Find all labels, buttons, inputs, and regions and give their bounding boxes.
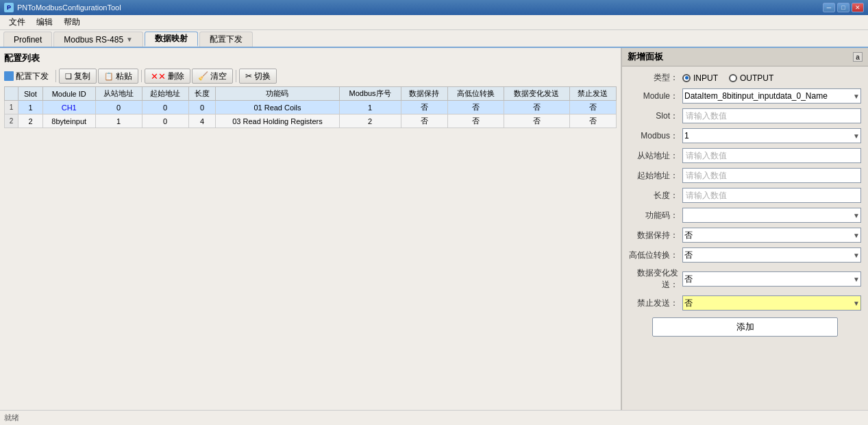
modbus-select-wrapper: 123 ▼ xyxy=(682,128,861,143)
disable-send-label: 禁止发送： xyxy=(629,298,682,309)
menu-edit[interactable]: 编辑 xyxy=(31,15,58,29)
config-table: Slot Module ID 从站地址 起始地址 长度 功能码 Modbus序号… xyxy=(4,86,617,128)
left-panel: 配置列表 配置下发 复制 粘贴 ✕ 删除 🧹 清空 xyxy=(0,48,621,410)
tabbar: Profinet Modbus RS-485 ▼ 数据映射 配置下发 xyxy=(0,30,868,48)
col-disable-send: 禁止发送 xyxy=(569,87,616,101)
deploy-label: 配置下发 xyxy=(4,71,49,82)
copy-icon xyxy=(65,71,72,81)
paste-icon xyxy=(104,71,114,81)
titlebar-controls: ─ □ ✕ xyxy=(823,3,864,12)
add-button[interactable]: 添加 xyxy=(652,317,838,337)
radio-input-dot xyxy=(682,74,691,82)
type-label: 类型： xyxy=(629,72,682,84)
tab-deploy[interactable]: 配置下发 xyxy=(199,32,253,47)
module-select-wrapper: DataItem_8bitinput_inputdata_0_Name ▼ xyxy=(682,88,861,104)
high-low-select[interactable]: 否 是 xyxy=(682,247,861,263)
disable-send-select-wrapper: 否 是 ▼ xyxy=(682,295,861,311)
modbus-select[interactable]: 123 xyxy=(682,128,861,143)
col-length: 长度 xyxy=(188,87,216,101)
right-panel: 新增面板 a 类型： INPUT OUTPUT xyxy=(621,48,868,410)
data-change-select[interactable]: 否 是 xyxy=(682,271,861,287)
module-label: Module： xyxy=(629,90,682,102)
menu-file[interactable]: 文件 xyxy=(3,15,31,29)
delete-button[interactable]: ✕ 删除 xyxy=(145,69,190,84)
table-row[interactable]: 11CH100001 Read Coils1否否否否 xyxy=(5,101,617,114)
copy-button[interactable]: 复制 xyxy=(59,69,97,84)
app-icon: P xyxy=(4,3,14,12)
main-content: 配置列表 配置下发 复制 粘贴 ✕ 删除 🧹 清空 xyxy=(0,48,868,410)
high-low-label: 高低位转换： xyxy=(629,250,682,261)
panel-header: 新增面板 a xyxy=(622,48,868,66)
radio-output[interactable]: OUTPUT xyxy=(729,73,773,83)
titlebar: P PNToModbusConfigurationTool ─ □ ✕ xyxy=(0,0,868,15)
func-code-row: 功能码： 01 Read Coils 02 Read Discrete 03 R… xyxy=(629,208,861,223)
length-input-wrapper xyxy=(682,188,861,203)
menu-help[interactable]: 帮助 xyxy=(58,15,86,29)
app-title: PNToModbusConfigurationTool xyxy=(17,3,121,12)
start-addr-input[interactable] xyxy=(682,168,861,183)
func-code-select[interactable]: 01 Read Coils 02 Read Discrete 03 Read H… xyxy=(682,208,861,223)
tab-profinet[interactable]: Profinet xyxy=(3,32,52,47)
clear-icon: 🧹 xyxy=(198,71,208,81)
length-input[interactable] xyxy=(682,188,861,203)
module-id-link[interactable]: CH1 xyxy=(62,104,77,112)
slave-addr-label: 从站地址： xyxy=(629,150,682,162)
high-low-select-wrapper: 否 是 ▼ xyxy=(682,247,861,263)
minimize-button[interactable]: ─ xyxy=(823,3,835,12)
col-rownum xyxy=(5,87,18,101)
clear-button[interactable]: 🧹 清空 xyxy=(192,69,233,84)
paste-button[interactable]: 粘贴 xyxy=(98,69,138,84)
length-label: 长度： xyxy=(629,190,682,202)
slot-label: Slot： xyxy=(629,110,682,122)
slot-input[interactable] xyxy=(682,108,861,123)
data-hold-select[interactable]: 否 是 xyxy=(682,228,861,243)
delete-icon: ✕ xyxy=(151,71,166,82)
col-slave-addr: 从站地址 xyxy=(95,87,142,101)
slave-addr-input-wrapper xyxy=(682,148,861,163)
col-slot: Slot xyxy=(18,87,43,101)
tab-modbus[interactable]: Modbus RS-485 ▼ xyxy=(53,32,143,47)
module-select[interactable]: DataItem_8bitinput_inputdata_0_Name xyxy=(682,88,861,104)
col-high-low: 高低位转换 xyxy=(447,87,504,101)
toolbar: 配置下发 复制 粘贴 ✕ 删除 🧹 清空 ✂ 切换 xyxy=(4,69,617,84)
data-hold-row: 数据保持： 否 是 ▼ xyxy=(629,228,861,243)
table-row[interactable]: 228byteinput10403 Read Holding Registers… xyxy=(5,114,617,128)
restore-button[interactable]: □ xyxy=(837,3,850,12)
module-row: Module： DataItem_8bitinput_inputdata_0_N… xyxy=(629,88,861,104)
toolbar-sep-3 xyxy=(236,70,236,82)
col-start-addr: 起始地址 xyxy=(142,87,188,101)
start-addr-label: 起始地址： xyxy=(629,170,682,182)
col-modbus-seq: Modbus序号 xyxy=(339,87,401,101)
section-title: 配置列表 xyxy=(4,52,617,64)
close-button[interactable]: ✕ xyxy=(852,3,864,12)
toolbar-sep-1 xyxy=(55,70,56,82)
tab-modbus-arrow: ▼ xyxy=(126,36,133,43)
func-code-label: 功能码： xyxy=(629,210,682,221)
status-text: 就绪 xyxy=(4,413,19,423)
panel-collapse-button[interactable]: a xyxy=(853,52,863,62)
panel-title: 新增面板 xyxy=(628,51,663,63)
slot-row: Slot： xyxy=(629,108,861,123)
modbus-label: Modbus： xyxy=(629,130,682,142)
data-hold-select-wrapper: 否 是 ▼ xyxy=(682,228,861,243)
col-data-change: 数据变化发送 xyxy=(504,87,569,101)
data-hold-label: 数据保持： xyxy=(629,230,682,241)
toolbar-sep-2 xyxy=(141,70,142,82)
menubar: 文件 编辑 帮助 xyxy=(0,15,868,30)
data-change-select-wrapper: 否 是 ▼ xyxy=(682,271,861,287)
cut-button[interactable]: ✂ 切换 xyxy=(239,69,277,84)
slave-addr-input[interactable] xyxy=(682,148,861,163)
start-addr-input-wrapper xyxy=(682,168,861,183)
radio-output-dot xyxy=(729,74,737,82)
col-module-id: Module ID xyxy=(42,87,95,101)
statusbar: 就绪 xyxy=(0,410,868,425)
radio-input[interactable]: INPUT xyxy=(682,73,718,83)
slot-input-wrapper xyxy=(682,108,861,123)
col-data-hold: 数据保持 xyxy=(401,87,447,101)
titlebar-left: P PNToModbusConfigurationTool xyxy=(4,3,121,12)
disable-send-row: 禁止发送： 否 是 ▼ xyxy=(629,295,861,311)
deploy-icon xyxy=(4,71,14,81)
tab-datamapping[interactable]: 数据映射 xyxy=(145,32,198,47)
type-row: 类型： INPUT OUTPUT xyxy=(629,72,861,84)
disable-send-select[interactable]: 否 是 xyxy=(682,295,861,311)
